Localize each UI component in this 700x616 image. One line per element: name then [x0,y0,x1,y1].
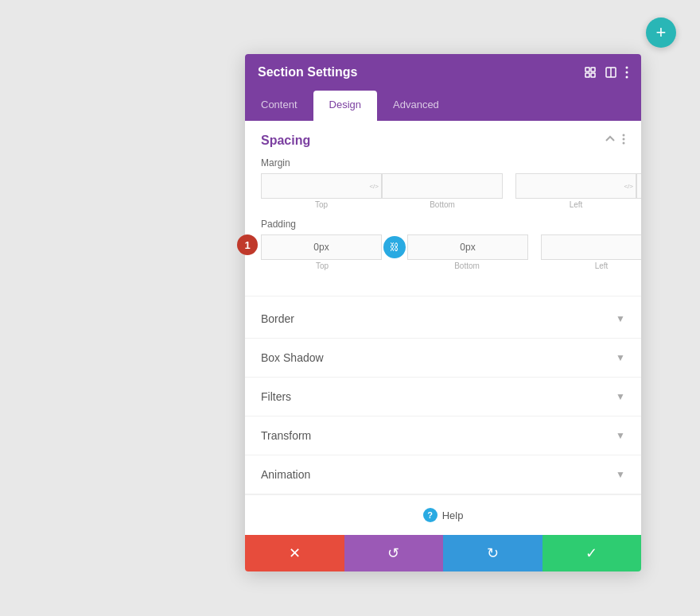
redo-icon: ↻ [487,544,499,562]
cancel-button[interactable]: ✕ [245,535,344,571]
spacing-body: Margin </> Top [245,157,641,293]
svg-rect-0 [585,68,589,72]
modal-tabs: Content Design Advanced [245,91,641,121]
padding-left-input[interactable] [541,234,641,260]
margin-left-input[interactable] [515,173,636,199]
padding-chain-button[interactable]: ⛓ [383,236,406,258]
help-text: Help [442,509,464,521]
svg-point-7 [626,72,628,74]
padding-top-input[interactable] [261,234,382,260]
margin-lr-labels: Left Right [515,199,641,209]
help-icon: ? [423,508,438,522]
section-settings-modal: Section Settings [245,54,641,571]
filters-label: Filters [261,390,291,403]
margin-bottom-label: Bottom [382,200,503,209]
margin-group: Margin </> Top [261,157,625,209]
margin-left-pair: </> Top Bottom [261,173,503,209]
padding-label: Padding [261,219,625,230]
tab-advanced[interactable]: Advanced [377,91,455,121]
animation-chevron-icon: ▼ [616,469,625,480]
svg-point-9 [623,134,625,137]
collapse-spacing-icon[interactable] [605,134,616,148]
border-section[interactable]: Border ▼ [245,300,641,339]
reset-button[interactable]: ↺ [344,535,444,571]
padding-inputs-row: ⛓ Top Bottom [261,234,625,270]
padding-left-label: Left [541,262,641,270]
padding-tb-labels: Top Bottom [261,260,528,270]
margin-bottom-input[interactable] [382,173,503,199]
margin-top-label: Top [261,200,382,209]
margin-inputs-row: </> Top Bottom [261,173,625,209]
padding-top-input-wrap [261,234,382,260]
animation-label: Animation [261,468,310,481]
expand-icon[interactable] [584,66,597,79]
animation-section[interactable]: Animation ▼ [245,455,641,494]
modal-header: Section Settings [245,54,641,91]
margin-right-input-wrap [636,173,641,199]
padding-left-input-wrap: </> [541,234,641,260]
svg-point-11 [623,142,625,145]
border-label: Border [261,312,294,325]
svg-rect-2 [585,73,589,77]
box-shadow-label: Box Shadow [261,351,324,364]
svg-rect-1 [591,68,595,72]
cancel-icon: ✕ [289,544,301,562]
border-chevron-icon: ▼ [616,313,625,324]
margin-right-label: Right [636,200,641,209]
margin-right-pair: </> Left Right [515,173,641,209]
margin-top-input-wrap: </> [261,173,382,199]
box-shadow-section[interactable]: Box Shadow ▼ [245,339,641,378]
redo-button[interactable]: ↻ [443,535,542,571]
fab-add-button[interactable]: + [646,17,676,48]
layout-icon[interactable] [605,66,617,79]
spacing-divider [245,296,641,296]
tab-content[interactable]: Content [245,91,313,121]
margin-right-input[interactable] [636,173,641,199]
margin-label: Margin [261,157,625,169]
reset-icon: ↺ [387,544,399,562]
transform-chevron-icon: ▼ [616,430,625,441]
svg-point-10 [623,138,625,141]
spacing-section-header: Spacing [245,121,641,157]
chain-link-icon: ⛓ [390,242,399,253]
spacing-options-icon[interactable] [622,134,625,148]
plus-icon: + [656,22,667,43]
save-button[interactable]: ✓ [542,535,642,571]
svg-point-6 [626,67,628,69]
step-badge: 1 [237,234,258,255]
filters-section[interactable]: Filters ▼ [245,378,641,416]
svg-point-8 [626,76,628,79]
box-shadow-chevron-icon: ▼ [616,352,625,363]
save-icon: ✓ [585,544,597,562]
padding-bottom-label: Bottom [406,262,528,270]
spacing-header-icons [605,134,625,148]
padding-top-label: Top [261,262,383,270]
margin-left-label: Left [515,200,636,209]
filters-chevron-icon: ▼ [616,391,625,402]
padding-right-pair: </> Left Right [541,234,641,270]
transform-label: Transform [261,429,311,442]
padding-bottom-input[interactable] [407,234,528,260]
padding-bottom-input-wrap [407,234,528,260]
margin-top-input[interactable] [261,173,382,199]
tab-design[interactable]: Design [313,91,377,121]
more-options-icon[interactable] [625,66,628,79]
transform-section[interactable]: Transform ▼ [245,416,641,455]
margin-bottom-input-wrap [382,173,503,199]
modal-body: Spacing Margin [245,121,641,535]
padding-left-pair: ⛓ Top Bottom [261,234,528,270]
modal-header-icons [584,66,628,79]
padding-lr-labels: Left Right [541,260,641,270]
margin-tb-labels: Top Bottom [261,199,503,209]
modal-title: Section Settings [258,65,357,79]
margin-left-input-wrap: </> [515,173,636,199]
modal-footer: ✕ ↺ ↻ ✓ [245,535,641,571]
svg-rect-3 [591,73,595,77]
help-footer[interactable]: ? Help [245,494,641,535]
padding-group: Padding ⛓ [261,219,625,270]
spacing-title: Spacing [261,134,310,148]
